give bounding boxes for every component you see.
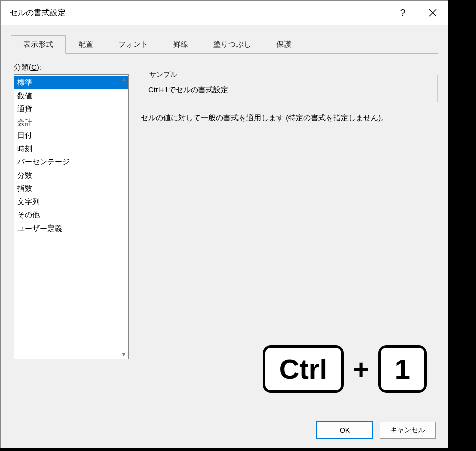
sample-value: Ctrl+1でセルの書式設定 — [141, 75, 437, 102]
tab-protection[interactable]: 保護 — [264, 35, 304, 54]
list-item[interactable]: 指数 — [14, 182, 128, 195]
list-item[interactable]: 時刻 — [14, 142, 128, 156]
cancel-button[interactable]: キャンセル — [380, 422, 436, 439]
list-item[interactable]: 分数 — [14, 169, 128, 182]
shortcut-overlay: Ctrl + 1 — [263, 345, 427, 393]
tab-border[interactable]: 罫線 — [161, 35, 201, 54]
list-item[interactable]: ユーザー定義 — [14, 222, 128, 236]
titlebar: セルの書式設定 ? — [1, 1, 448, 25]
sample-legend: サンプル — [146, 70, 180, 79]
ok-button[interactable]: OK — [317, 422, 373, 439]
close-button[interactable] — [418, 1, 448, 25]
tab-fill[interactable]: 塗りつぶし — [201, 35, 264, 54]
tab-font[interactable]: フォント — [106, 35, 161, 54]
list-item[interactable]: 標準 — [14, 76, 128, 89]
sample-group: サンプル Ctrl+1でセルの書式設定 — [141, 75, 438, 102]
category-label: 分類(C): — [14, 63, 129, 72]
tab-content: 分類(C): ▲ 標準 数値 通貨 会計 日付 時刻 パーセンテージ 分数 指数… — [1, 54, 448, 364]
tab-strip: 表示形式 配置 フォント 罫線 塗りつぶし 保護 — [11, 35, 438, 54]
keycap-ctrl: Ctrl — [263, 345, 344, 393]
scroll-up-icon[interactable]: ▲ — [120, 76, 127, 83]
list-item[interactable]: パーセンテージ — [14, 155, 128, 169]
tab-alignment[interactable]: 配置 — [66, 35, 106, 54]
tab-number-format[interactable]: 表示形式 — [11, 35, 66, 54]
close-icon — [428, 8, 437, 17]
plus-icon: + — [353, 353, 369, 385]
category-listbox[interactable]: ▲ 標準 数値 通貨 会計 日付 時刻 パーセンテージ 分数 指数 文字列 その… — [14, 74, 129, 359]
scroll-down-icon[interactable]: ▼ — [120, 351, 127, 358]
details-column: サンプル Ctrl+1でセルの書式設定 セルの値に対して一般の書式を適用します … — [129, 63, 438, 359]
format-description: セルの値に対して一般の書式を適用します (特定の書式を指定しません)。 — [141, 112, 438, 124]
category-column: 分類(C): ▲ 標準 数値 通貨 会計 日付 時刻 パーセンテージ 分数 指数… — [14, 63, 129, 359]
help-button[interactable]: ? — [388, 1, 418, 25]
list-item[interactable]: 通貨 — [14, 102, 128, 116]
keycap-1: 1 — [378, 345, 427, 393]
format-cells-dialog: セルの書式設定 ? 表示形式 配置 フォント 罫線 塗りつぶし 保護 分類(C)… — [0, 0, 448, 448]
list-item[interactable]: その他 — [14, 208, 128, 222]
list-item[interactable]: 会計 — [14, 116, 128, 129]
list-item[interactable]: 数値 — [14, 89, 128, 103]
dialog-title: セルの書式設定 — [10, 8, 66, 18]
dialog-footer: OK キャンセル — [317, 422, 436, 439]
help-icon: ? — [400, 7, 405, 19]
list-item[interactable]: 日付 — [14, 129, 128, 142]
list-item[interactable]: 文字列 — [14, 195, 128, 209]
